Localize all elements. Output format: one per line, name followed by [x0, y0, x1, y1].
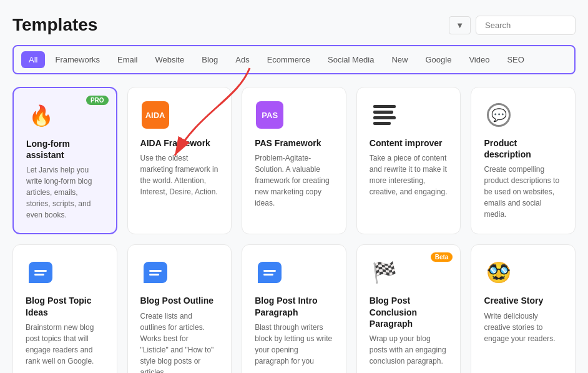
template-card-blog-topic[interactable]: Blog Post Topic Ideas Brainstorm new blo…	[12, 244, 117, 373]
card-desc-aida: Use the oldest marketing framework in th…	[140, 152, 219, 197]
filter-tab-email[interactable]: Email	[110, 51, 145, 68]
card-desc-blog-intro: Blast through writers block by letting u…	[255, 322, 333, 367]
badge-blog-conclusion: Beta	[431, 252, 453, 262]
filter-tab-website[interactable]: Website	[147, 51, 192, 68]
template-card-blog-conclusion[interactable]: Beta 🏁 Blog Post Conclusion Paragraph Wr…	[356, 244, 461, 373]
filter-tab-ads[interactable]: Ads	[228, 51, 257, 68]
card-title-blog-topic: Blog Post Topic Ideas	[26, 295, 104, 317]
speech-icon: 💬	[484, 100, 514, 130]
search-input[interactable]	[476, 16, 576, 35]
card-desc-product-desc: Create compelling product descriptions t…	[484, 164, 562, 220]
pas-icon: PAS	[255, 100, 285, 130]
filter-tab-new[interactable]: New	[384, 51, 415, 68]
filter-tab-video[interactable]: Video	[461, 51, 497, 68]
template-card-content-improver[interactable]: Content improver Take a piece of content…	[356, 87, 461, 234]
filter-tabs: AllFrameworksEmailWebsiteBlogAdsEcommerc…	[12, 45, 576, 74]
filter-tab-seo[interactable]: SEO	[499, 51, 531, 68]
chat-blue-icon	[140, 257, 170, 287]
page-container: Templates ▼ AllFrameworksEmailWebsiteBlo…	[0, 0, 588, 373]
template-card-blog-intro[interactable]: Blog Post Intro Paragraph Blast through …	[242, 244, 346, 373]
card-title-content-improver: Content improver	[370, 137, 448, 149]
dropdown-button[interactable]: ▼	[449, 16, 471, 34]
avatar-icon: 🥸	[484, 257, 514, 287]
card-title-blog-intro: Blog Post Intro Paragraph	[255, 295, 333, 317]
card-desc-content-improver: Take a piece of content and rewrite it t…	[370, 152, 448, 197]
card-title-blog-conclusion: Blog Post Conclusion Paragraph	[370, 295, 448, 329]
writing-icon: 🔥	[26, 101, 56, 131]
template-card-long-form[interactable]: PRO 🔥 Long-form assistant Let Jarvis hel…	[12, 87, 117, 234]
lines-icon	[370, 100, 399, 130]
template-card-aida[interactable]: AIDA AIDA Framework Use the oldest marke…	[127, 87, 232, 234]
filter-tab-ecommerce[interactable]: Ecommerce	[260, 51, 318, 68]
card-desc-creative-story: Write deliciously creative stories to en…	[484, 311, 562, 344]
grid-wrapper: PRO 🔥 Long-form assistant Let Jarvis hel…	[12, 87, 576, 373]
card-title-creative-story: Creative Story	[484, 295, 562, 306]
card-title-long-form: Long-form assistant	[26, 138, 104, 161]
filter-tab-all[interactable]: All	[21, 51, 45, 68]
filter-tab-frameworks[interactable]: Frameworks	[47, 51, 107, 68]
template-card-blog-outline[interactable]: Blog Post Outline Create lists and outli…	[127, 244, 232, 373]
card-title-pas: PAS Framework	[255, 137, 333, 149]
card-desc-blog-conclusion: Wrap up your blog posts with an engaging…	[370, 333, 448, 367]
aida-icon: AIDA	[140, 100, 170, 130]
template-card-creative-story[interactable]: 🥸 Creative Story Write deliciously creat…	[471, 244, 576, 373]
chat-blue-icon	[255, 257, 285, 287]
chat-blue-icon	[26, 257, 56, 287]
filter-tab-social-media[interactable]: Social Media	[320, 51, 381, 68]
page-header: Templates ▼	[12, 15, 576, 35]
filter-tab-blog[interactable]: Blog	[194, 51, 225, 68]
header-right: ▼	[449, 16, 576, 35]
templates-grid: PRO 🔥 Long-form assistant Let Jarvis hel…	[12, 87, 576, 373]
card-title-product-desc: Product description	[484, 137, 562, 160]
filter-tab-google[interactable]: Google	[418, 51, 459, 68]
card-title-aida: AIDA Framework	[140, 137, 219, 149]
card-desc-pas: Problem-Agitate-Solution. A valuable fra…	[255, 152, 333, 209]
card-desc-blog-topic: Brainstorm new blog post topics that wil…	[26, 322, 104, 367]
card-desc-long-form: Let Jarvis help you write long-form blog…	[26, 164, 104, 221]
template-card-pas[interactable]: PAS PAS Framework Problem-Agitate-Soluti…	[242, 87, 346, 234]
badge-long-form: PRO	[86, 96, 109, 105]
flag-icon: 🏁	[370, 257, 399, 287]
card-title-blog-outline: Blog Post Outline	[140, 295, 219, 306]
page-title: Templates	[12, 15, 97, 35]
template-card-product-desc[interactable]: 💬 Product description Create compelling …	[471, 87, 576, 234]
card-desc-blog-outline: Create lists and outlines for articles. …	[140, 311, 219, 373]
